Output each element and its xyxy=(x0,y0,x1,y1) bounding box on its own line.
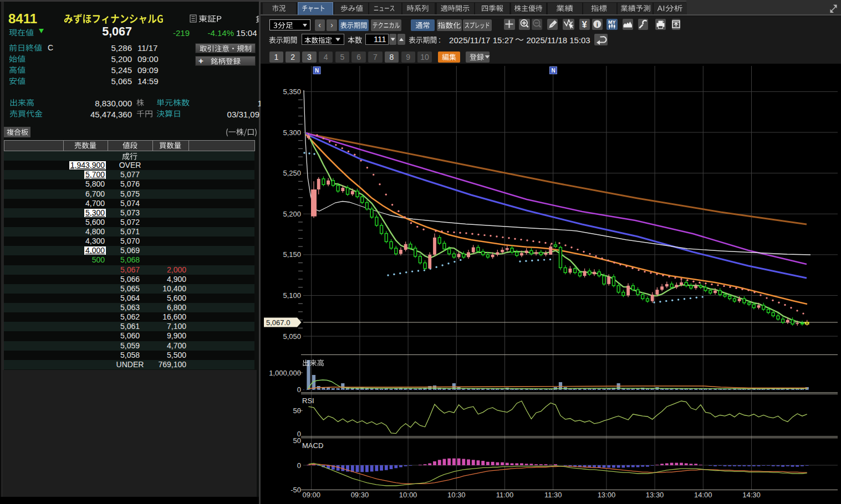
svg-text:¥: ¥ xyxy=(582,20,587,29)
svg-text:i: i xyxy=(597,21,598,28)
svg-text:›: › xyxy=(330,20,333,29)
svg-text::: : xyxy=(439,35,441,44)
svg-text:2025/11/17 15:27: 2025/11/17 15:27 xyxy=(449,35,513,45)
svg-text:‹: ‹ xyxy=(318,20,321,29)
svg-text:2025/11/18 15:03: 2025/11/18 15:03 xyxy=(527,35,590,45)
